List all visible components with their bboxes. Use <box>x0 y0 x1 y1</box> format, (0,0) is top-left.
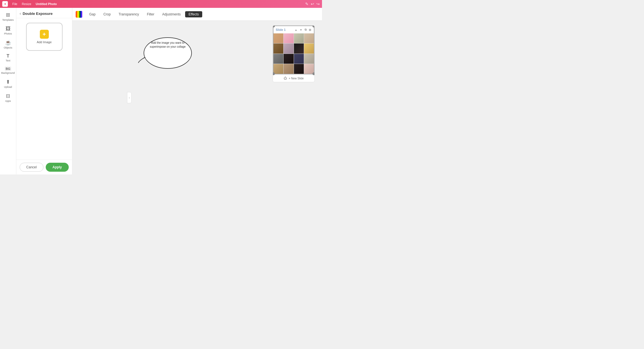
cancel-button[interactable]: Cancel <box>20 163 43 172</box>
sidebar-label-objects: Objects <box>4 46 12 49</box>
apply-button[interactable]: Apply <box>46 163 69 172</box>
toolbar-filter[interactable]: Filter <box>144 11 158 17</box>
slide-controls: ▲ ▼ ⧉ ⊞ <box>294 28 312 32</box>
slide-photo-4[interactable] <box>304 33 314 43</box>
slide-photo-13[interactable] <box>273 64 283 74</box>
text-icon: T <box>7 54 10 59</box>
slide-photo-1[interactable] <box>273 33 283 43</box>
slide-header: Slide 1 ▲ ▼ ⧉ ⊞ <box>273 26 314 33</box>
sidebar-label-text: Text <box>6 59 10 62</box>
objects-icon: ☕ <box>5 40 11 46</box>
slide-photo-14[interactable] <box>284 64 293 74</box>
menu-resize[interactable]: Resize <box>21 2 33 6</box>
pencil-icon[interactable]: ✎ <box>305 2 309 6</box>
slide-photo-12[interactable] <box>304 54 314 64</box>
panel-header: ‹ Double Exposure <box>16 8 72 18</box>
slide-copy-button[interactable]: ⧉ <box>304 28 307 32</box>
panel-buttons: Cancel Apply <box>16 160 72 174</box>
sidebar-item-templates[interactable]: ⊞ Templates <box>1 10 15 23</box>
menu-file[interactable]: File <box>11 2 19 6</box>
layout: ⊞ Templates 🖼 Photos ☕ Objects T Text BG… <box>0 8 322 174</box>
sidebar-label-upload: Upload <box>4 86 12 88</box>
topbar-menu: File Resize Untitled Photo <box>11 2 58 6</box>
sidebar: ⊞ Templates 🖼 Photos ☕ Objects T Text BG… <box>0 8 16 174</box>
slide-photo-6[interactable] <box>284 43 293 53</box>
add-image-box[interactable]: + Add Image <box>26 23 63 51</box>
topbar: ✦ File Resize Untitled Photo ✎ ↩ ↪ <box>0 0 322 8</box>
slide-photo-15[interactable] <box>294 64 304 74</box>
tooltip-bubble: Add the image you want to superimpose on… <box>137 35 193 72</box>
slide-photo-10[interactable] <box>284 54 293 64</box>
panel-content: + Add Image <box>16 18 72 160</box>
apps-icon: ⊟ <box>6 93 10 99</box>
sidebar-item-photos[interactable]: 🖼 Photos <box>1 24 15 37</box>
toolbar-effects[interactable]: Effects <box>185 11 202 17</box>
toolbar-adjustments[interactable]: Adjustments <box>159 11 184 17</box>
sidebar-item-apps[interactable]: ⊟ Apps <box>1 91 15 104</box>
sidebar-label-background: Background <box>1 72 15 74</box>
toolbar-transparency[interactable]: Transparency <box>115 11 142 17</box>
app-logo: ✦ <box>2 1 8 7</box>
photos-icon: 🖼 <box>6 26 11 32</box>
topbar-actions: ✎ ↩ ↪ <box>305 2 320 6</box>
sidebar-label-photos: Photos <box>4 32 12 35</box>
panel-back-button[interactable]: ‹ <box>20 11 21 16</box>
sidebar-item-objects[interactable]: ☕ Objects <box>1 38 15 51</box>
slide-up-button[interactable]: ▲ <box>294 28 298 32</box>
sidebar-label-apps: Apps <box>5 100 11 102</box>
menu-title[interactable]: Untitled Photo <box>34 2 58 6</box>
slide-panel-inner: Slide 1 ▲ ▼ ⧉ ⊞ <box>273 25 315 82</box>
upload-icon: ⬆ <box>6 79 10 85</box>
collapse-panel-handle[interactable]: ‹ <box>127 92 132 103</box>
templates-icon: ⊞ <box>6 12 10 18</box>
slide-grid <box>273 33 314 74</box>
tooltip-text: Add the image you want to superimpose on… <box>148 41 187 49</box>
main-area: Gap Crop Transparency Filter Adjustments… <box>72 8 322 174</box>
new-slide-button[interactable]: + New Slide <box>289 77 304 80</box>
toolbar-gap[interactable]: Gap <box>86 11 99 17</box>
power-icon: ⏻ <box>284 76 287 80</box>
double-exposure-panel: ‹ Double Exposure + Add Image Cancel App… <box>16 8 72 174</box>
sidebar-item-text[interactable]: T Text <box>1 52 15 64</box>
slide-panel: Slide 1 ▲ ▼ ⧉ ⊞ <box>273 25 318 82</box>
sidebar-item-background[interactable]: BG Background <box>1 65 15 76</box>
toolbar-crop[interactable]: Crop <box>100 11 114 17</box>
slide-photo-11[interactable] <box>294 54 304 64</box>
slide-photo-5[interactable] <box>273 43 283 53</box>
slide-down-button[interactable]: ▼ <box>299 28 303 32</box>
canvas-area: ‹ Add the image you want to superimpose … <box>72 21 322 174</box>
slide-footer: ⏻ + New Slide <box>273 74 314 82</box>
add-image-plus-icon: + <box>40 30 49 39</box>
undo-icon[interactable]: ↩ <box>311 2 314 6</box>
rainbow-icon <box>76 11 82 18</box>
slide-photo-8[interactable] <box>304 43 314 53</box>
sidebar-label-templates: Templates <box>2 19 14 21</box>
tooltip-svg <box>137 35 193 71</box>
sidebar-item-upload[interactable]: ⬆ Upload <box>1 77 15 90</box>
slide-photo-7[interactable] <box>294 43 304 53</box>
slide-photo-3[interactable] <box>294 33 304 43</box>
background-icon: BG <box>5 66 11 71</box>
slide-add-button[interactable]: ⊞ <box>308 28 312 32</box>
toolbar: Gap Crop Transparency Filter Adjustments… <box>72 8 322 21</box>
panel-title: Double Exposure <box>23 12 53 16</box>
redo-icon[interactable]: ↪ <box>316 2 320 6</box>
slide-photo-16[interactable] <box>304 64 314 74</box>
slide-photo-9[interactable] <box>273 54 283 64</box>
add-image-label: Add Image <box>37 40 52 44</box>
slide-title: Slide 1 <box>276 28 286 31</box>
slide-photo-2[interactable] <box>284 33 293 43</box>
